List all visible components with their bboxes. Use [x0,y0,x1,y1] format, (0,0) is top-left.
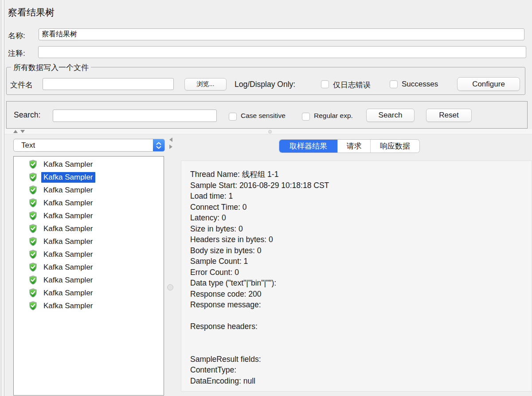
horizontal-splitter[interactable] [4,129,532,134]
up-down-chevron-icon [153,139,164,151]
tree-item[interactable]: Kafka Sampler [14,235,164,248]
tree-item[interactable]: Kafka Sampler [14,248,164,261]
shield-check-icon [28,173,38,182]
log-display-only-label: Log/Display Only: [235,80,295,89]
comment-label: 注释: [8,48,25,59]
search-label: Search: [14,110,40,120]
triangle-left-icon[interactable] [169,137,172,142]
triangle-right-icon[interactable] [169,145,172,149]
triangle-up-icon[interactable] [13,130,18,133]
tree-item[interactable]: Kafka Sampler [14,222,164,235]
tab-response-data[interactable]: 响应数据 [371,140,419,153]
tree-item-label: Kafka Sampler [41,275,95,286]
tree-item[interactable]: Kafka Sampler [14,299,164,312]
comment-input[interactable] [38,46,526,58]
configure-button[interactable]: Configure [457,77,520,91]
regular-exp-label[interactable]: Regular exp. [314,112,353,120]
tree-item[interactable]: Kafka Sampler [14,196,164,209]
filename-label: 文件名 [10,80,33,90]
browse-button[interactable]: 浏览... [184,78,227,90]
shield-check-icon [28,198,38,208]
page-title: 察看结果树 [8,6,55,19]
name-input[interactable] [39,28,524,40]
name-label: 名称: [8,31,25,41]
tree-item-label: Kafka Sampler [41,185,95,196]
tree-item[interactable]: Kafka Sampler [14,184,164,196]
regular-exp-checkbox[interactable] [302,113,310,121]
search-input[interactable] [53,110,217,122]
successes-checkbox[interactable] [390,80,398,88]
shield-check-icon [28,160,38,169]
tree-item-label: Kafka Sampler [41,262,95,273]
result-tabs: 取样器结果请求响应数据 [279,140,419,153]
shield-check-icon [28,224,38,233]
triangle-down-icon[interactable] [20,130,25,133]
tree-item[interactable]: Kafka Sampler [14,286,164,299]
tree-item-label: Kafka Sampler [41,288,95,298]
shield-check-icon [28,288,38,298]
tab-sampler-result[interactable]: 取样器结果 [279,140,338,153]
shield-check-icon [28,237,38,246]
tree-item-label: Kafka Sampler [41,159,95,170]
log-errors-only-label[interactable]: 仅日志错误 [333,80,371,90]
successes-label[interactable]: Successes [402,80,438,89]
filename-input[interactable] [43,78,174,90]
log-errors-only-checkbox[interactable] [321,80,329,88]
view-mode-select[interactable]: Text [13,139,165,152]
tree-item-label: Kafka Sampler [41,236,95,247]
tree-item[interactable]: Kafka Sampler [14,209,164,222]
tree-item-label: Kafka Sampler [41,301,95,311]
splitter-handle[interactable] [268,130,272,133]
search-button[interactable]: Search [366,109,415,122]
tree-item[interactable]: Kafka Sampler [14,158,164,171]
tree-item[interactable]: Kafka Sampler [14,171,164,184]
results-tree-list: Kafka SamplerKafka SamplerKafka SamplerK… [13,156,164,396]
shield-check-icon [28,211,38,220]
shield-check-icon [28,275,38,285]
tree-item-label: Kafka Sampler [41,223,95,234]
tree-item-label: Kafka Sampler [41,198,95,208]
shield-check-icon [28,263,38,272]
view-mode-value: Text [14,141,153,150]
reset-button[interactable]: Reset [426,109,472,122]
tree-item-label: Kafka Sampler [41,172,95,183]
tree-item-label: Kafka Sampler [41,211,95,221]
write-results-to-file-legend: 所有数据写入一个文件 [11,63,91,73]
tree-item[interactable]: Kafka Sampler [14,274,164,286]
tab-request[interactable]: 请求 [338,140,371,153]
shield-check-icon [28,185,38,195]
shield-check-icon [28,301,38,310]
tree-item[interactable]: Kafka Sampler [14,261,164,274]
case-sensitive-checkbox[interactable] [229,113,237,121]
tree-item-label: Kafka Sampler [41,249,95,260]
view-results-tree-window: 察看结果树 名称: 注释: 所有数据写入一个文件 文件名 浏览... Log/D… [0,0,532,396]
sampler-result-text: Thread Name: 线程组 1-1 Sample Start: 2016-… [181,161,532,386]
sampler-result-pane[interactable]: Thread Name: 线程组 1-1 Sample Start: 2016-… [181,161,532,392]
write-results-to-file-group: 所有数据写入一个文件 文件名 浏览... Log/Display Only: 仅… [6,67,525,95]
shield-check-icon [28,250,38,259]
search-panel: Search: Case sensitive Regular exp. Sear… [6,101,528,129]
window-frame-edge [1,0,4,396]
case-sensitive-label[interactable]: Case sensitive [241,112,286,120]
vertical-splitter-handle[interactable] [167,284,173,290]
